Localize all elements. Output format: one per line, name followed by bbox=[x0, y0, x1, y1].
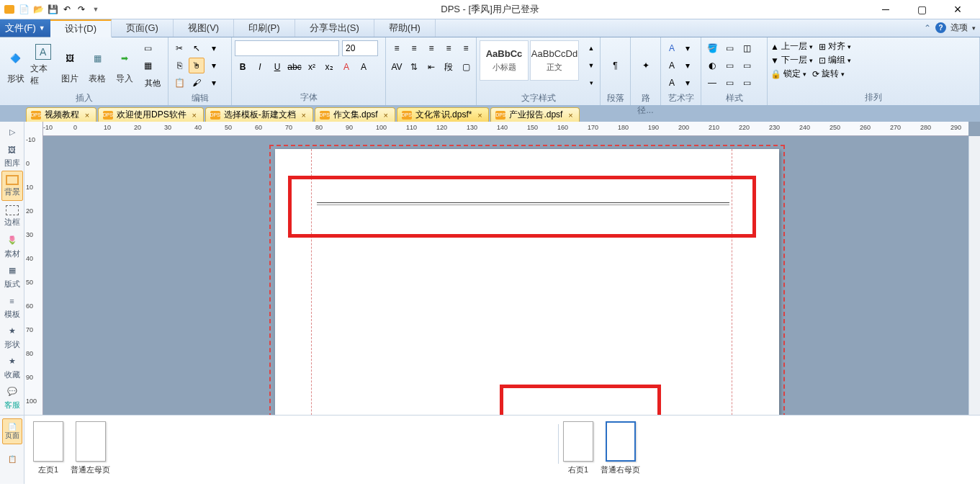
group-button[interactable]: ⊡编组▾ bbox=[819, 54, 851, 66]
open-icon[interactable]: 📂 bbox=[32, 3, 45, 16]
edit-misc-3[interactable]: ▾ bbox=[206, 75, 222, 91]
undo-icon[interactable]: ↶ bbox=[60, 3, 73, 16]
help-icon[interactable]: ? bbox=[935, 22, 946, 33]
tab-view[interactable]: 视图(V) bbox=[174, 19, 234, 37]
sidebar-layout[interactable]: ▦版式 bbox=[1, 261, 23, 292]
thumb-right-master[interactable]: 普通右母页 bbox=[601, 421, 640, 478]
sidebar-collapse-icon[interactable]: ▷ bbox=[7, 123, 17, 140]
select-tool[interactable]: ↖ bbox=[189, 40, 204, 56]
para-more-icon[interactable]: ▢ bbox=[458, 59, 474, 75]
style-4[interactable]: ◐ bbox=[704, 58, 720, 73]
align-center-icon[interactable]: ≡ bbox=[406, 40, 422, 56]
doc-tab-report[interactable]: DPS产业报告.dpsf× bbox=[490, 107, 580, 122]
ribbon-collapse-icon[interactable]: ⌃ bbox=[924, 23, 931, 33]
bring-forward-button[interactable]: ▲上一层▾ bbox=[770, 40, 813, 53]
highlight-button[interactable]: A bbox=[356, 59, 372, 75]
format-painter-icon[interactable]: 🖌 bbox=[189, 75, 204, 91]
minimize-button[interactable]: ─ bbox=[876, 3, 895, 16]
lock-button[interactable]: 🔒锁定▾ bbox=[770, 68, 806, 80]
canvas-area[interactable]: -100102030405060708090100110 -1001020304… bbox=[24, 122, 980, 415]
insert-import-button[interactable]: ➡导入 bbox=[112, 40, 138, 91]
doc-tab-culture[interactable]: DPS文化常识.dpsf*× bbox=[397, 107, 490, 122]
sidebar-favorite[interactable]: ★收藏 bbox=[1, 352, 23, 382]
pointer-tool[interactable]: 🖱 bbox=[189, 58, 204, 73]
thumb-right-page-1[interactable]: 右页1 bbox=[563, 421, 593, 478]
cut-icon[interactable]: ✂ bbox=[171, 40, 187, 56]
style-body[interactable]: AaBbCcDd 正文 bbox=[530, 40, 579, 81]
style-5[interactable]: ▭ bbox=[721, 58, 737, 73]
wordart-3[interactable]: A bbox=[664, 58, 680, 73]
insert-image-button[interactable]: 🖼图片 bbox=[58, 40, 84, 91]
close-tab-icon[interactable]: × bbox=[300, 111, 308, 120]
style-subtitle[interactable]: AaBbCc 小标题 bbox=[480, 40, 529, 81]
align-left-icon[interactable]: ≡ bbox=[389, 40, 405, 56]
redo-icon[interactable]: ↷ bbox=[75, 3, 88, 16]
style-6[interactable]: ▭ bbox=[739, 58, 755, 73]
tab-help[interactable]: 帮助(H) bbox=[374, 19, 436, 37]
align-distribute-icon[interactable]: ≡ bbox=[458, 40, 474, 56]
indent-inc-icon[interactable]: 段 bbox=[441, 59, 457, 75]
align-right-icon[interactable]: ≡ bbox=[423, 40, 439, 56]
doc-tab-video[interactable]: DPS视频教程× bbox=[26, 107, 96, 122]
panel-tab-pages[interactable]: 📄页面 bbox=[2, 418, 22, 444]
app-icon[interactable] bbox=[3, 3, 16, 16]
qat-dropdown-icon[interactable]: ▼ bbox=[89, 3, 102, 16]
vertical-ruler[interactable]: -100102030405060708090100110 bbox=[24, 122, 43, 415]
tab-design[interactable]: 设计(D) bbox=[50, 19, 112, 37]
tab-print[interactable]: 印刷(P) bbox=[234, 19, 295, 37]
doc-tab-template[interactable]: DPS选择模板-新建文档× bbox=[205, 107, 313, 122]
lineheight-button[interactable]: ⇅ bbox=[406, 59, 422, 75]
sidebar-template[interactable]: ≡模板 bbox=[1, 292, 23, 322]
close-tab-icon[interactable]: × bbox=[83, 111, 91, 120]
horizontal-ruler[interactable]: -100102030405060708090100110120130140150… bbox=[43, 122, 968, 136]
edit-misc-2[interactable]: ▾ bbox=[206, 58, 222, 73]
close-tab-icon[interactable]: × bbox=[566, 111, 575, 120]
options-button[interactable]: 选项 bbox=[950, 22, 968, 34]
panel-tab-other[interactable]: 📋 bbox=[2, 446, 22, 472]
close-button[interactable]: × bbox=[948, 3, 967, 16]
insert-table-button[interactable]: ▦表格 bbox=[84, 40, 110, 91]
edit-misc-1[interactable]: ▾ bbox=[206, 40, 222, 56]
spacing-button[interactable]: AV bbox=[389, 59, 405, 75]
bold-button[interactable]: B bbox=[235, 59, 251, 75]
insert-textbox-button[interactable]: A文本框 bbox=[30, 40, 56, 91]
style-shadow[interactable]: ◫ bbox=[739, 40, 755, 56]
font-family-combo[interactable] bbox=[235, 40, 339, 56]
italic-button[interactable]: I bbox=[252, 59, 268, 75]
sidebar-shape[interactable]: ★形状 bbox=[1, 322, 23, 352]
close-tab-icon[interactable]: × bbox=[190, 111, 199, 120]
sidebar-background[interactable]: 背景 bbox=[1, 171, 23, 201]
close-tab-icon[interactable]: × bbox=[475, 111, 484, 120]
wordart-5[interactable]: A bbox=[664, 75, 680, 91]
canvas[interactable] bbox=[43, 136, 968, 415]
style-7[interactable]: — bbox=[704, 75, 720, 91]
doc-tab-essay[interactable]: DPS作文集.dpsf× bbox=[315, 107, 395, 122]
tab-export[interactable]: 分享导出(S) bbox=[295, 19, 374, 37]
file-menu[interactable]: 文件(F)▼ bbox=[0, 19, 50, 37]
close-tab-icon[interactable]: × bbox=[382, 111, 390, 120]
rotate-button[interactable]: ⟳旋转▾ bbox=[812, 68, 845, 80]
font-size-combo[interactable]: 20 bbox=[342, 40, 378, 56]
insert-misc-1[interactable]: ▭ bbox=[140, 40, 156, 56]
indent-dec-icon[interactable]: ⇤ bbox=[423, 59, 439, 75]
sidebar-support[interactable]: 💬客服 bbox=[1, 382, 23, 413]
wordart-6[interactable]: ▾ bbox=[680, 75, 696, 91]
paragraph-button[interactable]: ¶ bbox=[603, 40, 627, 91]
style-gallery-more[interactable]: ▾ bbox=[583, 75, 599, 91]
new-icon[interactable]: 📄 bbox=[17, 3, 30, 16]
style-8[interactable]: ▭ bbox=[721, 75, 737, 91]
sidebar-border[interactable]: 边框 bbox=[1, 201, 23, 231]
save-icon[interactable]: 💾 bbox=[46, 3, 59, 16]
style-9[interactable]: ▭ bbox=[739, 75, 755, 91]
superscript-button[interactable]: x² bbox=[304, 59, 320, 75]
sidebar-gallery[interactable]: 🖼图库 bbox=[1, 140, 23, 171]
align-justify-icon[interactable]: ≡ bbox=[441, 40, 457, 56]
sidebar-material[interactable]: 🌷素材 bbox=[1, 231, 23, 261]
insert-misc-2[interactable]: ▦ bbox=[140, 58, 156, 73]
path-button[interactable]: ✦ bbox=[634, 40, 657, 91]
underline-button[interactable]: U bbox=[269, 59, 285, 75]
align-button[interactable]: ⊞对齐▾ bbox=[819, 40, 851, 53]
strike-button[interactable]: abc bbox=[287, 59, 302, 75]
style-border[interactable]: ▭ bbox=[721, 40, 737, 56]
copy-icon[interactable]: ⎘ bbox=[171, 58, 187, 73]
